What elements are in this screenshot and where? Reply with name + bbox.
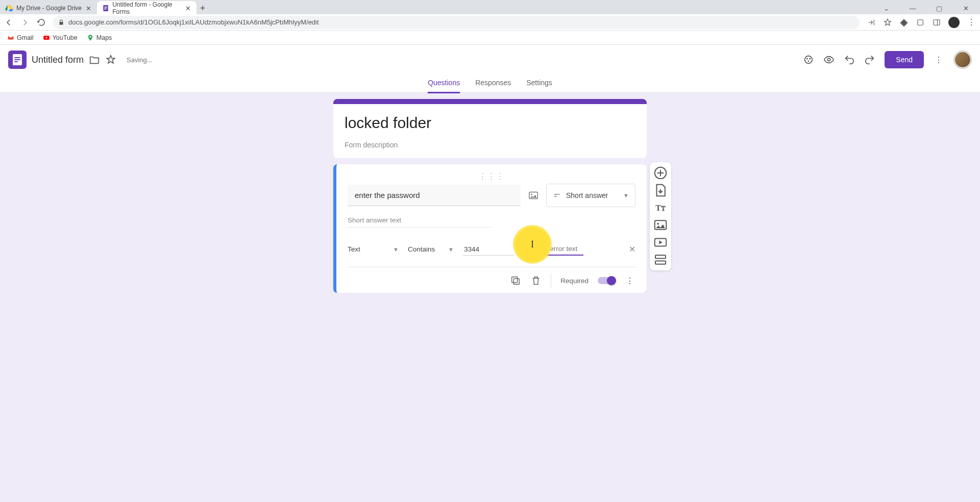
required-toggle[interactable]: [598, 277, 615, 284]
browser-chrome: My Drive - Google Drive ✕ Untitled form …: [0, 0, 980, 45]
question-card: ⋮⋮⋮ Short answer ▼ Short answer text Tex…: [333, 164, 647, 293]
required-label: Required: [560, 277, 589, 285]
tab-drive[interactable]: My Drive - Google Drive ✕: [0, 1, 97, 15]
svg-point-15: [531, 194, 532, 195]
add-question-button[interactable]: [653, 165, 668, 181]
svg-point-11: [810, 58, 811, 60]
tab-settings[interactable]: Settings: [526, 73, 552, 93]
chevron-down-icon[interactable]: ⌄: [878, 5, 894, 12]
svg-point-12: [808, 60, 810, 62]
tabs-row: My Drive - Google Drive ✕ Untitled form …: [0, 0, 980, 14]
add-image-icon[interactable]: [528, 190, 539, 201]
validation-row: Text ▼ Contains ▼ I ✕: [348, 243, 635, 256]
validation-type-label: Text: [348, 245, 360, 253]
question-footer: Required ⋮: [348, 267, 635, 288]
validation-condition-dropdown[interactable]: Contains ▼: [408, 245, 454, 253]
add-section-button[interactable]: [653, 252, 668, 267]
svg-point-9: [805, 56, 813, 64]
validation-type-dropdown[interactable]: Text ▼: [348, 245, 399, 253]
forms-icon: [102, 4, 109, 12]
account-avatar[interactable]: [953, 51, 972, 69]
validation-condition-label: Contains: [408, 245, 435, 253]
question-type-dropdown[interactable]: Short answer ▼: [546, 184, 635, 207]
star-icon[interactable]: [105, 54, 116, 65]
svg-rect-4: [918, 19, 923, 25]
tab-responses[interactable]: Responses: [475, 73, 511, 93]
sidepanel-icon[interactable]: [932, 18, 941, 27]
youtube-icon: [43, 34, 50, 41]
svg-point-8: [89, 36, 91, 37]
save-status: Saving...: [127, 56, 153, 64]
bookmark-youtube[interactable]: YouTube: [43, 34, 78, 41]
question-input[interactable]: [348, 185, 521, 206]
title-card[interactable]: locked folder Form description: [333, 99, 647, 158]
tab-questions[interactable]: Questions: [428, 73, 460, 93]
chevron-down-icon: ▼: [393, 246, 399, 253]
share-icon[interactable]: [867, 18, 876, 27]
add-video-button[interactable]: [653, 235, 668, 250]
import-questions-button[interactable]: [653, 183, 668, 198]
add-image-button[interactable]: [653, 217, 668, 233]
preview-icon[interactable]: [823, 54, 835, 65]
svg-rect-18: [514, 279, 520, 284]
back-button[interactable]: [4, 18, 13, 27]
bookmarks-bar: Gmail YouTube Maps: [0, 31, 980, 45]
drive-icon: [5, 4, 13, 12]
delete-icon[interactable]: [530, 275, 542, 286]
extensions-icon[interactable]: [899, 18, 909, 27]
bookmark-label: Gmail: [17, 34, 34, 41]
reload-button[interactable]: [37, 18, 46, 27]
svg-point-10: [806, 58, 808, 60]
add-title-button[interactable]: Tᴛ: [653, 200, 668, 215]
lock-icon: [58, 19, 64, 26]
tab-title: Untitled form - Google Forms: [112, 1, 182, 15]
form-tabs: Questions Responses Settings: [0, 74, 980, 93]
svg-rect-27: [655, 261, 666, 264]
new-tab-button[interactable]: +: [197, 2, 209, 14]
svg-rect-3: [104, 9, 106, 10]
app-header: Untitled form Saving... Send ⋮: [0, 45, 980, 74]
move-folder-icon[interactable]: [89, 54, 100, 65]
minimize-button[interactable]: —: [904, 5, 921, 12]
validation-error-input[interactable]: [523, 243, 583, 256]
bookmark-label: Maps: [96, 34, 112, 41]
drag-handle-icon[interactable]: ⋮⋮⋮: [348, 171, 635, 181]
svg-rect-1: [104, 7, 107, 7]
side-toolbar: Tᴛ: [650, 162, 671, 270]
short-answer-preview: Short answer text: [348, 216, 492, 228]
maximize-button[interactable]: ▢: [931, 5, 947, 12]
bookmark-gmail[interactable]: Gmail: [7, 34, 34, 41]
undo-icon[interactable]: [844, 54, 855, 65]
divider: [551, 273, 551, 288]
profile-avatar[interactable]: [948, 17, 960, 28]
more-icon[interactable]: ⋮: [933, 54, 944, 65]
bookmark-label: YouTube: [53, 34, 78, 41]
menu-icon[interactable]: ⋮: [967, 18, 976, 27]
form-title[interactable]: locked folder: [345, 114, 635, 132]
form-canvas: locked folder Form description ⋮⋮⋮ Short…: [0, 93, 980, 293]
maps-icon: [87, 34, 94, 41]
theme-icon[interactable]: [803, 54, 814, 65]
bookmark-maps[interactable]: Maps: [87, 34, 112, 41]
extensions-menu-icon[interactable]: [916, 18, 925, 27]
remove-validation-icon[interactable]: ✕: [629, 244, 635, 254]
forward-button[interactable]: [20, 18, 30, 27]
address-row: docs.google.com/forms/d/1OGL6Joqkj1xiILA…: [0, 14, 980, 31]
tab-title: My Drive - Google Drive: [16, 5, 82, 12]
form-description[interactable]: Form description: [345, 141, 635, 149]
forms-logo[interactable]: [8, 51, 27, 69]
gmail-icon: [7, 34, 14, 41]
send-button[interactable]: Send: [885, 51, 924, 68]
redo-icon[interactable]: [864, 54, 875, 65]
close-icon[interactable]: ✕: [185, 5, 191, 12]
validation-pattern-input[interactable]: [463, 243, 514, 256]
form-name[interactable]: Untitled form: [32, 55, 84, 65]
star-icon[interactable]: [883, 18, 892, 27]
duplicate-icon[interactable]: [510, 275, 521, 286]
close-window-button[interactable]: ✕: [958, 5, 974, 12]
more-options-icon[interactable]: ⋮: [624, 275, 635, 286]
address-bar[interactable]: docs.google.com/forms/d/1OGL6Joqkj1xiILA…: [53, 16, 860, 29]
close-icon[interactable]: ✕: [85, 5, 92, 12]
svg-rect-2: [104, 8, 107, 8]
tab-forms[interactable]: Untitled form - Google Forms ✕: [97, 1, 197, 15]
